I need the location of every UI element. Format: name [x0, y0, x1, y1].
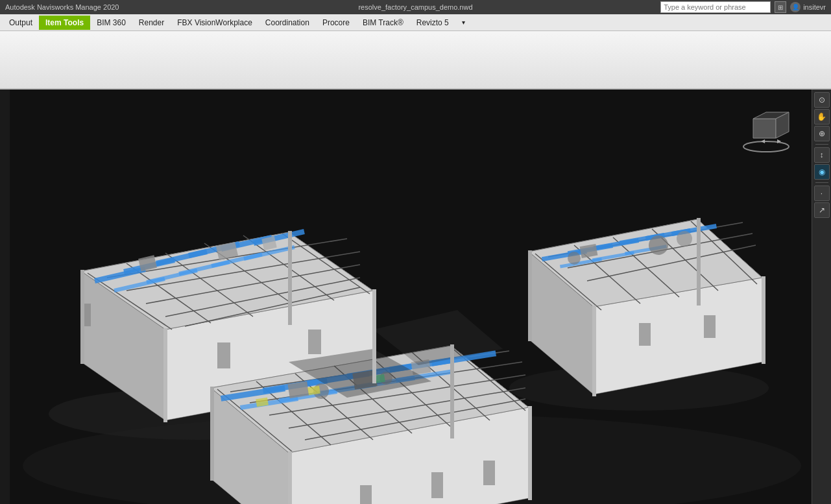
fly-tool-btn[interactable]: ↕ — [814, 147, 830, 163]
file-name: resolve_factory_campus_demo.nwd — [358, 3, 472, 11]
menu-item-output[interactable]: Output — [3, 16, 39, 30]
nav-cube[interactable]: ◀ ▶ — [740, 102, 792, 154]
svg-point-57 — [649, 235, 668, 255]
user-icon: 👤 — [790, 2, 801, 12]
right-toolbar: ⊙ ✋ ⊕ ↕ ◉ · ↗ — [812, 90, 831, 504]
zoom-tool-btn[interactable]: ⊕ — [814, 126, 830, 141]
point-tool-btn[interactable]: · — [814, 186, 830, 201]
svg-rect-89 — [287, 381, 309, 398]
svg-rect-100 — [308, 330, 321, 354]
search-input[interactable] — [664, 3, 767, 11]
svg-marker-120 — [753, 119, 776, 138]
menu-item-bim360[interactable]: BIM 360 — [90, 16, 132, 30]
svg-rect-111 — [528, 250, 532, 341]
svg-rect-112 — [592, 306, 596, 396]
titlebar-right: ⊞ 👤 insitevr — [660, 1, 826, 13]
svg-rect-106 — [483, 461, 495, 485]
viewport-3d[interactable]: ◀ ▶ ⊙ ✋ ⊕ ↕ ◉ · ↗ — [0, 90, 831, 504]
svg-text:◀: ◀ — [761, 138, 765, 144]
ribbon — [0, 31, 831, 90]
svg-rect-107 — [80, 270, 84, 364]
svg-rect-115 — [210, 387, 214, 481]
menu-item-render[interactable]: Render — [132, 16, 171, 30]
svg-rect-103 — [704, 315, 716, 338]
svg-rect-108 — [163, 328, 167, 422]
user-area: 👤 insitevr — [790, 2, 826, 12]
menu-item-revizto5[interactable]: Revizto 5 — [410, 16, 455, 30]
svg-rect-117 — [450, 344, 454, 438]
toolbar-separator-2 — [815, 182, 828, 183]
menu-item-more[interactable] — [455, 16, 472, 30]
svg-point-58 — [677, 231, 692, 246]
svg-rect-109 — [288, 231, 292, 325]
search-box[interactable] — [660, 1, 771, 13]
svg-rect-104 — [360, 485, 372, 504]
scene-svg — [0, 90, 831, 504]
title-bar: Autodesk Navisworks Manage 2020 resolve_… — [0, 0, 831, 14]
svg-rect-105 — [431, 472, 443, 498]
svg-rect-116 — [288, 451, 292, 504]
look-tool-btn[interactable]: ◉ — [814, 164, 830, 180]
username: insitevr — [803, 3, 826, 11]
svg-rect-110 — [372, 289, 376, 383]
menu-bar: Output Item Tools BIM 360 Render FBX Vis… — [0, 14, 831, 31]
svg-point-59 — [568, 252, 581, 265]
toolbar-separator-1 — [815, 144, 828, 145]
menu-item-procore[interactable]: Procore — [316, 16, 356, 30]
svg-rect-118 — [528, 406, 532, 500]
svg-point-119 — [743, 141, 789, 152]
pan-tool-btn[interactable]: ✋ — [814, 109, 830, 125]
menu-item-item-tools[interactable]: Item Tools — [39, 16, 90, 30]
orbit-tool-btn[interactable]: ⊙ — [814, 92, 830, 108]
menu-item-coordination[interactable]: Coordination — [259, 16, 316, 30]
search-button[interactable]: ⊞ — [775, 1, 786, 13]
svg-rect-113 — [697, 218, 701, 306]
svg-text:▶: ▶ — [777, 138, 782, 144]
app-title: Autodesk Navisworks Manage 2020 — [5, 3, 119, 11]
svg-rect-114 — [762, 276, 765, 364]
select-tool-btn[interactable]: ↗ — [814, 202, 830, 218]
svg-rect-102 — [639, 323, 651, 346]
menu-item-bim-track[interactable]: BIM Track® — [356, 16, 410, 30]
menu-item-fbx[interactable]: FBX VisionWorkplace — [171, 16, 259, 30]
svg-rect-99 — [217, 342, 230, 368]
